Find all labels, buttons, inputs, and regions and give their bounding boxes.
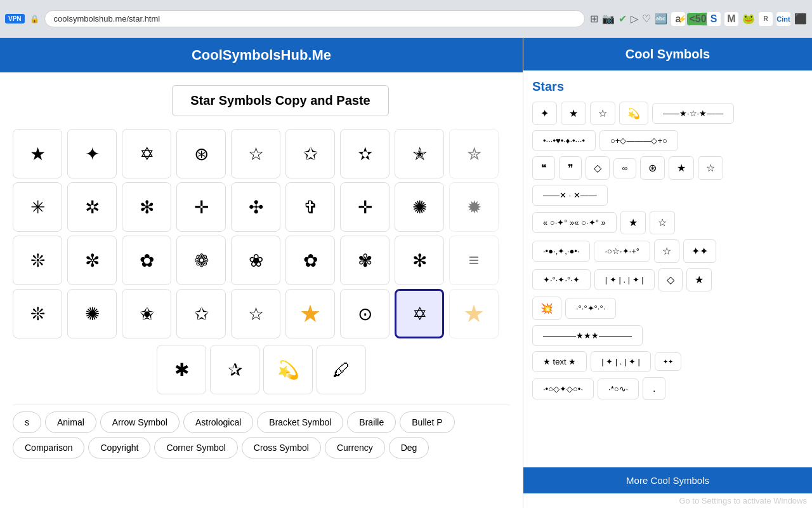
symbol-btn[interactable]: ≡ [449,236,499,285]
symbol-btn-gold[interactable]: ★ [285,289,335,338]
sym-cell[interactable]: ∞ [613,158,636,178]
sym-cell[interactable]: ★ [669,156,694,180]
category-copyright[interactable]: Copyright [88,437,150,458]
sym-cell[interactable]: ☆ [650,211,675,234]
symbol-btn[interactable]: ✳ [13,182,62,232]
sym-cell[interactable]: ☆ [654,239,679,263]
sym-cell-text[interactable]: ★ text ★ [532,351,587,372]
category-deg[interactable]: Deg [389,437,429,458]
sym-cell-wide[interactable]: ✦·°·✦·°·✦ [532,269,591,290]
page-content: Star Symbols Copy and Paste ★ ✦ ✡ ⊛ ☆ ✩ … [0,72,523,507]
symbol-btn[interactable]: ✲ [67,182,117,232]
more-cool-symbols-btn[interactable]: More Cool Symbols [523,467,812,493]
symbol-btn[interactable]: ❊ [13,289,62,338]
sym-cell[interactable]: ★ [561,102,586,125]
symbol-btn[interactable]: ✞ [285,182,335,232]
symbol-btn[interactable]: ✻ [395,236,444,285]
sym-cell[interactable]: ◇ [658,268,683,291]
sym-cell-wide[interactable]: ————★★★———— [532,325,643,346]
sym-cell-wide[interactable]: « ○·✦° »« ○·✦° » [532,212,617,233]
symbol-btn-outline-star[interactable]: ✰ [210,345,259,394]
honey-ext: ⚡<50k [689,12,703,26]
symbol-btn[interactable]: ★ [13,129,62,178]
sym-cell-wide[interactable]: ○+◇———◇+○ [599,130,678,151]
symbol-btn-pen[interactable]: 🖊 [317,345,366,394]
sym-cell-wide[interactable]: ·°·°✦°·°· [565,298,616,319]
symbol-btn[interactable]: ✣ [231,182,280,232]
category-s[interactable]: s [13,411,41,433]
symbol-btn[interactable]: ⊛ [176,129,226,178]
category-astrological[interactable]: Astrological [183,411,253,433]
symbol-btn-asterisk[interactable]: ✱ [157,345,206,394]
symbol-btn[interactable]: ✛ [340,182,390,232]
symbol-btn[interactable]: ✺ [395,182,444,232]
sym-cell-wide[interactable]: ·•○◇✦◇○•· [532,378,594,399]
symbol-btn[interactable]: ✾ [340,236,390,285]
sym-cell[interactable]: ✦✦ [655,352,681,371]
sym-cell-wide[interactable]: ·•●·,✦,·●•· [532,241,590,262]
sym-row-2: •···•♥•·♦·•···• ○+◇———◇+○ [532,130,803,151]
category-braille[interactable]: Braille [347,411,396,433]
sym-cell[interactable]: ☆ [698,156,723,180]
sym-cell[interactable]: ⊛ [640,156,665,180]
symbol-btn[interactable]: ✛ [176,182,226,232]
symbol-btn[interactable]: ✹ [449,182,499,232]
sym-cell[interactable]: ❞ [559,156,582,180]
sym-cell-wide[interactable]: ·○☆·✦·+° [594,241,650,262]
sym-cell[interactable]: ❝ [532,156,555,180]
sym-cell[interactable]: ☆ [590,102,615,125]
sym-cell[interactable]: 💫 [619,102,648,125]
symbol-btn[interactable]: ✺ [67,289,117,338]
sym-cell-wide[interactable]: ——★·☆·★—— [652,103,734,124]
sym-cell-wide[interactable]: •···•♥•·♦·•···• [532,130,596,151]
sym-cell-wide[interactable]: | ✦ | . | ✦ | [591,351,651,372]
symbol-btn[interactable]: ❊ [13,236,62,285]
page-title: Star Symbols Copy and Paste [172,85,388,116]
sym-cell[interactable]: . [643,377,665,400]
cube-ext: ⬛ [794,13,807,25]
sym-cell[interactable]: ★ [686,268,712,291]
category-animal[interactable]: Animal [45,411,96,433]
symbol-btn[interactable]: ✻ [122,182,171,232]
symbol-btn[interactable]: ✿ [285,236,335,285]
symbol-btn[interactable]: ✩ [285,129,335,178]
category-arrow-symbol[interactable]: Arrow Symbol [100,411,180,433]
sym-cell[interactable]: ◇ [586,156,610,180]
symbol-btn[interactable]: ✮ [449,129,499,178]
symbol-btn[interactable]: ✫ [340,129,390,178]
category-comparison[interactable]: Comparison [13,437,84,458]
symbol-btn[interactable]: ✿ [122,236,171,285]
symbol-btn[interactable]: ✡ [122,129,171,178]
url-bar[interactable]: coolsymbolshub.me/star.html [44,10,585,27]
sym-cell[interactable]: 💥 [532,297,561,320]
category-cross-symbol[interactable]: Cross Symbol [242,437,321,458]
symbol-btn[interactable]: ❀ [231,236,280,285]
category-bracket-symbol[interactable]: Bracket Symbol [257,411,343,433]
sym-row-1: ✦ ★ ☆ 💫 ——★·☆·★—— [532,102,803,125]
symbol-btn[interactable]: ✦ [67,129,117,178]
sym-row-4: ——✕ · ✕—— [532,185,803,206]
symbol-btn[interactable]: ☆ [231,129,280,178]
symbol-btn[interactable]: ✼ [67,236,117,285]
sym-cell[interactable]: ✦ [532,102,557,125]
play-icon: ▷ [631,13,638,25]
symbol-btn-sparkle[interactable]: 💫 [263,345,313,394]
category-bullet-p[interactable]: Bullet P [400,411,454,433]
symbol-btn[interactable]: ✬ [122,289,171,338]
symbol-btn[interactable]: ⊙ [340,289,390,338]
category-currency[interactable]: Currency [325,437,385,458]
sym-cell-wide[interactable]: ——✕ · ✕—— [532,185,608,206]
symbol-btn-gold2[interactable]: ★ [449,289,499,338]
symbol-btn[interactable]: ✩ [176,289,226,338]
symbol-btn-selected[interactable]: ✡ [395,289,444,338]
sym-cell-wide[interactable]: ·*○∿· [598,378,639,399]
symbol-btn[interactable]: ❁ [176,236,226,285]
c-ext: Cint [776,12,790,26]
sym-cell[interactable]: ★ [620,211,646,234]
category-corner-symbol[interactable]: Corner Symbol [154,437,237,458]
sym-cell-wide[interactable]: | ✦ | . | ✦ | [594,269,655,290]
symbol-btn[interactable]: ✭ [395,129,444,178]
sym-cell[interactable]: ✦✦ [683,239,716,263]
translate-icon: 🔤 [655,13,667,25]
symbol-btn[interactable]: ☆ [231,289,280,338]
